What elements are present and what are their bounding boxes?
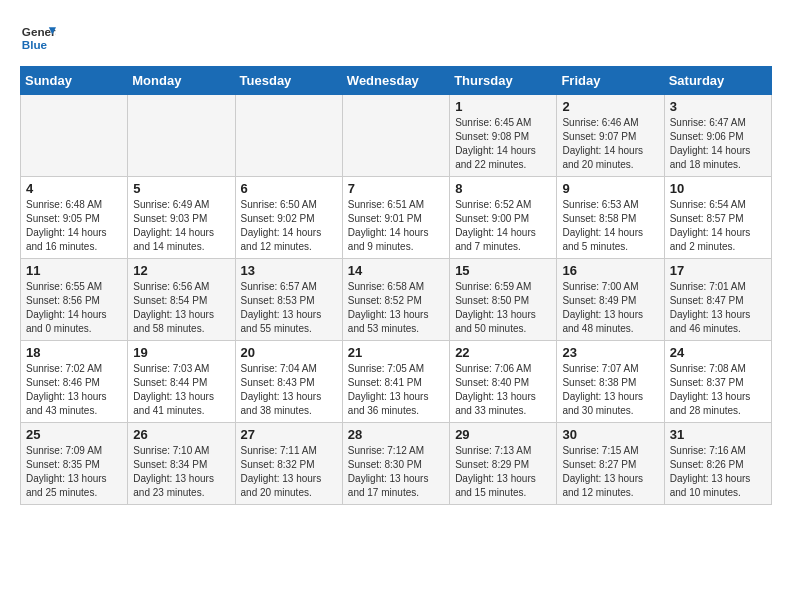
calendar-cell: 26Sunrise: 7:10 AM Sunset: 8:34 PM Dayli… [128, 423, 235, 505]
calendar-cell [21, 95, 128, 177]
day-info: Sunrise: 7:00 AM Sunset: 8:49 PM Dayligh… [562, 280, 658, 336]
day-number: 24 [670, 345, 766, 360]
calendar-cell: 4Sunrise: 6:48 AM Sunset: 9:05 PM Daylig… [21, 177, 128, 259]
day-info: Sunrise: 6:46 AM Sunset: 9:07 PM Dayligh… [562, 116, 658, 172]
day-info: Sunrise: 7:09 AM Sunset: 8:35 PM Dayligh… [26, 444, 122, 500]
header-day-sunday: Sunday [21, 67, 128, 95]
day-info: Sunrise: 7:07 AM Sunset: 8:38 PM Dayligh… [562, 362, 658, 418]
day-info: Sunrise: 7:06 AM Sunset: 8:40 PM Dayligh… [455, 362, 551, 418]
calendar-cell: 2Sunrise: 6:46 AM Sunset: 9:07 PM Daylig… [557, 95, 664, 177]
calendar-cell: 21Sunrise: 7:05 AM Sunset: 8:41 PM Dayli… [342, 341, 449, 423]
day-number: 16 [562, 263, 658, 278]
calendar-cell: 28Sunrise: 7:12 AM Sunset: 8:30 PM Dayli… [342, 423, 449, 505]
header-day-thursday: Thursday [450, 67, 557, 95]
calendar-cell: 10Sunrise: 6:54 AM Sunset: 8:57 PM Dayli… [664, 177, 771, 259]
calendar-cell: 9Sunrise: 6:53 AM Sunset: 8:58 PM Daylig… [557, 177, 664, 259]
calendar-cell: 23Sunrise: 7:07 AM Sunset: 8:38 PM Dayli… [557, 341, 664, 423]
calendar-cell: 18Sunrise: 7:02 AM Sunset: 8:46 PM Dayli… [21, 341, 128, 423]
calendar-cell [128, 95, 235, 177]
svg-text:Blue: Blue [22, 38, 48, 51]
day-info: Sunrise: 6:51 AM Sunset: 9:01 PM Dayligh… [348, 198, 444, 254]
calendar-week-row: 11Sunrise: 6:55 AM Sunset: 8:56 PM Dayli… [21, 259, 772, 341]
day-info: Sunrise: 7:13 AM Sunset: 8:29 PM Dayligh… [455, 444, 551, 500]
calendar-cell: 17Sunrise: 7:01 AM Sunset: 8:47 PM Dayli… [664, 259, 771, 341]
day-number: 26 [133, 427, 229, 442]
header-day-tuesday: Tuesday [235, 67, 342, 95]
day-number: 14 [348, 263, 444, 278]
day-info: Sunrise: 7:02 AM Sunset: 8:46 PM Dayligh… [26, 362, 122, 418]
day-info: Sunrise: 7:11 AM Sunset: 8:32 PM Dayligh… [241, 444, 337, 500]
day-info: Sunrise: 6:54 AM Sunset: 8:57 PM Dayligh… [670, 198, 766, 254]
day-number: 5 [133, 181, 229, 196]
calendar-cell: 13Sunrise: 6:57 AM Sunset: 8:53 PM Dayli… [235, 259, 342, 341]
logo-icon: General Blue [20, 20, 56, 56]
header-day-monday: Monday [128, 67, 235, 95]
calendar-cell: 6Sunrise: 6:50 AM Sunset: 9:02 PM Daylig… [235, 177, 342, 259]
day-info: Sunrise: 7:03 AM Sunset: 8:44 PM Dayligh… [133, 362, 229, 418]
day-info: Sunrise: 6:50 AM Sunset: 9:02 PM Dayligh… [241, 198, 337, 254]
calendar-cell: 14Sunrise: 6:58 AM Sunset: 8:52 PM Dayli… [342, 259, 449, 341]
day-info: Sunrise: 7:01 AM Sunset: 8:47 PM Dayligh… [670, 280, 766, 336]
calendar-cell: 1Sunrise: 6:45 AM Sunset: 9:08 PM Daylig… [450, 95, 557, 177]
day-info: Sunrise: 7:15 AM Sunset: 8:27 PM Dayligh… [562, 444, 658, 500]
day-number: 21 [348, 345, 444, 360]
day-number: 22 [455, 345, 551, 360]
day-number: 12 [133, 263, 229, 278]
day-number: 27 [241, 427, 337, 442]
day-info: Sunrise: 6:56 AM Sunset: 8:54 PM Dayligh… [133, 280, 229, 336]
calendar-cell: 15Sunrise: 6:59 AM Sunset: 8:50 PM Dayli… [450, 259, 557, 341]
header-day-friday: Friday [557, 67, 664, 95]
day-number: 15 [455, 263, 551, 278]
calendar-cell: 27Sunrise: 7:11 AM Sunset: 8:32 PM Dayli… [235, 423, 342, 505]
day-info: Sunrise: 6:53 AM Sunset: 8:58 PM Dayligh… [562, 198, 658, 254]
day-number: 4 [26, 181, 122, 196]
calendar-cell: 25Sunrise: 7:09 AM Sunset: 8:35 PM Dayli… [21, 423, 128, 505]
day-info: Sunrise: 6:57 AM Sunset: 8:53 PM Dayligh… [241, 280, 337, 336]
calendar-cell [342, 95, 449, 177]
day-info: Sunrise: 6:47 AM Sunset: 9:06 PM Dayligh… [670, 116, 766, 172]
header-day-wednesday: Wednesday [342, 67, 449, 95]
svg-text:General: General [22, 25, 56, 38]
day-number: 31 [670, 427, 766, 442]
calendar-cell: 3Sunrise: 6:47 AM Sunset: 9:06 PM Daylig… [664, 95, 771, 177]
calendar-cell: 12Sunrise: 6:56 AM Sunset: 8:54 PM Dayli… [128, 259, 235, 341]
calendar-cell: 29Sunrise: 7:13 AM Sunset: 8:29 PM Dayli… [450, 423, 557, 505]
calendar-week-row: 1Sunrise: 6:45 AM Sunset: 9:08 PM Daylig… [21, 95, 772, 177]
day-number: 6 [241, 181, 337, 196]
header-day-saturday: Saturday [664, 67, 771, 95]
calendar-cell: 19Sunrise: 7:03 AM Sunset: 8:44 PM Dayli… [128, 341, 235, 423]
logo: General Blue [20, 20, 56, 56]
day-info: Sunrise: 7:04 AM Sunset: 8:43 PM Dayligh… [241, 362, 337, 418]
calendar-cell: 31Sunrise: 7:16 AM Sunset: 8:26 PM Dayli… [664, 423, 771, 505]
day-info: Sunrise: 6:45 AM Sunset: 9:08 PM Dayligh… [455, 116, 551, 172]
day-info: Sunrise: 7:05 AM Sunset: 8:41 PM Dayligh… [348, 362, 444, 418]
day-number: 20 [241, 345, 337, 360]
day-info: Sunrise: 6:49 AM Sunset: 9:03 PM Dayligh… [133, 198, 229, 254]
calendar-cell: 8Sunrise: 6:52 AM Sunset: 9:00 PM Daylig… [450, 177, 557, 259]
day-info: Sunrise: 6:55 AM Sunset: 8:56 PM Dayligh… [26, 280, 122, 336]
day-info: Sunrise: 7:10 AM Sunset: 8:34 PM Dayligh… [133, 444, 229, 500]
day-number: 19 [133, 345, 229, 360]
day-info: Sunrise: 6:59 AM Sunset: 8:50 PM Dayligh… [455, 280, 551, 336]
day-number: 8 [455, 181, 551, 196]
calendar-cell: 30Sunrise: 7:15 AM Sunset: 8:27 PM Dayli… [557, 423, 664, 505]
calendar-cell [235, 95, 342, 177]
day-number: 30 [562, 427, 658, 442]
day-number: 28 [348, 427, 444, 442]
calendar-cell: 20Sunrise: 7:04 AM Sunset: 8:43 PM Dayli… [235, 341, 342, 423]
day-number: 13 [241, 263, 337, 278]
day-number: 11 [26, 263, 122, 278]
calendar-header-row: SundayMondayTuesdayWednesdayThursdayFrid… [21, 67, 772, 95]
calendar-cell: 24Sunrise: 7:08 AM Sunset: 8:37 PM Dayli… [664, 341, 771, 423]
day-info: Sunrise: 6:48 AM Sunset: 9:05 PM Dayligh… [26, 198, 122, 254]
day-number: 7 [348, 181, 444, 196]
day-number: 25 [26, 427, 122, 442]
calendar-cell: 5Sunrise: 6:49 AM Sunset: 9:03 PM Daylig… [128, 177, 235, 259]
calendar-cell: 22Sunrise: 7:06 AM Sunset: 8:40 PM Dayli… [450, 341, 557, 423]
day-number: 2 [562, 99, 658, 114]
day-info: Sunrise: 7:12 AM Sunset: 8:30 PM Dayligh… [348, 444, 444, 500]
calendar-week-row: 4Sunrise: 6:48 AM Sunset: 9:05 PM Daylig… [21, 177, 772, 259]
day-info: Sunrise: 6:58 AM Sunset: 8:52 PM Dayligh… [348, 280, 444, 336]
header: General Blue [20, 20, 772, 56]
day-number: 17 [670, 263, 766, 278]
